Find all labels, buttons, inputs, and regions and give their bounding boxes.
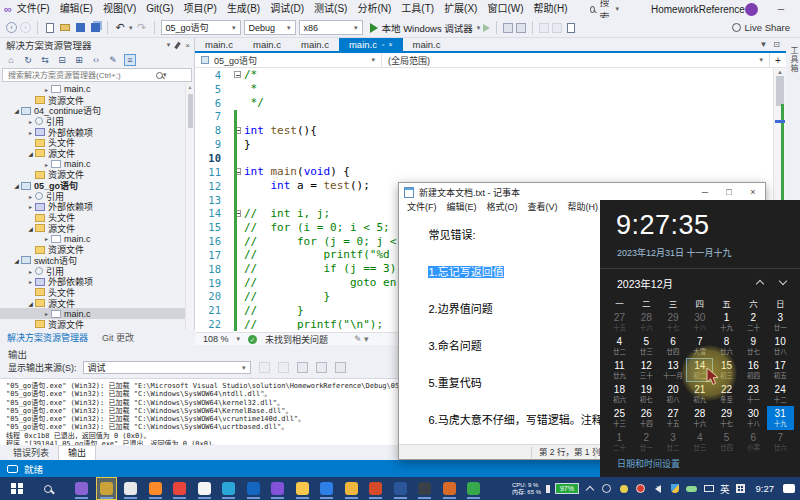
taskbar-app-button[interactable] (121, 478, 140, 499)
calendar-day-cell[interactable]: 5 廿三 (633, 334, 660, 358)
scroll-up-icon[interactable]: ▲ (774, 68, 786, 76)
bookmark-icon[interactable] (565, 22, 577, 34)
tree-item[interactable]: 头文件 (0, 287, 186, 298)
tree-item[interactable]: main.c (0, 234, 186, 245)
panel-tab[interactable]: 错误列表 (4, 446, 58, 460)
new-file-icon[interactable] (44, 22, 56, 34)
calendar-day-cell[interactable]: 19 初七 (633, 382, 660, 406)
taskbar-app-button[interactable] (342, 478, 361, 499)
toolbar-icon[interactable] (516, 23, 526, 33)
redo-icon[interactable]: ↷ (136, 22, 148, 34)
menu-item[interactable]: 项目(P) (179, 0, 222, 18)
menu-item[interactable]: 生成(B) (222, 0, 265, 18)
calendar-day-cell[interactable]: 31 十九 (767, 406, 794, 430)
properties-icon[interactable]: ✎ (107, 55, 119, 65)
collapsed-panel-tab[interactable]: 工具箱 (788, 38, 799, 73)
taskbar-app-button[interactable] (244, 478, 263, 499)
calendar-day-cell[interactable]: 29 十七 (713, 406, 740, 430)
calendar-day-cell[interactable]: 4 廿二 (606, 334, 633, 358)
battery-indicator[interactable]: 97% (555, 483, 579, 494)
calendar-day-cell[interactable]: 27 十五 (606, 310, 633, 334)
taskbar-app-button[interactable] (440, 478, 459, 499)
taskbar-app-button[interactable] (317, 478, 336, 499)
live-share-button[interactable]: Live Share (732, 22, 790, 33)
recording-icon[interactable] (635, 482, 647, 496)
expander-icon[interactable] (26, 203, 35, 210)
output-toolbar-icon[interactable] (259, 362, 270, 373)
minimize-button[interactable]: ─ (693, 183, 717, 201)
expander-icon[interactable] (26, 129, 35, 136)
calendar-day-cell[interactable]: 1 十九 (713, 310, 740, 334)
calendar-day-cell[interactable]: 18 初六 (606, 382, 633, 406)
dock-tab[interactable]: 解决方案资源管理器 (0, 331, 95, 345)
expander-icon[interactable] (26, 300, 35, 307)
tree-item[interactable]: 外部依赖项 (0, 276, 186, 287)
calendar-day-cell[interactable]: 30 十八 (686, 310, 713, 334)
preview-toggle-icon[interactable]: ≡ (124, 54, 136, 66)
panel-tab[interactable]: 输出 (58, 445, 96, 460)
code-line[interactable]: 6 */ (195, 96, 786, 110)
clear-output-icon[interactable] (316, 362, 327, 373)
taskbar-app-button[interactable] (97, 478, 116, 499)
date-time-settings-link[interactable]: 日期和时间设置 (617, 457, 680, 470)
dock-tab[interactable]: Git 更改 (95, 331, 141, 345)
taskbar-app-button[interactable] (170, 478, 189, 499)
expander-icon[interactable] (42, 310, 51, 317)
window-list-icon[interactable]: ⊡ (773, 40, 780, 49)
startup-project-combo[interactable]: 05_go语句▾ (161, 20, 241, 35)
menu-item[interactable]: 编辑(E) (442, 201, 482, 214)
editor-tab[interactable]: main.c ▫× (339, 38, 403, 51)
expander-icon[interactable] (12, 257, 21, 264)
editor-tab[interactable]: main.c ▫× (195, 38, 243, 51)
minimize-button[interactable]: ─ (768, 0, 794, 18)
cloud-sync-icon[interactable] (686, 482, 698, 496)
solution-search[interactable]: ▾ (2, 68, 192, 82)
menu-item[interactable]: 工具(T) (396, 0, 439, 18)
menu-item[interactable]: 窗口(W) (482, 0, 528, 18)
expander-icon[interactable] (26, 278, 35, 285)
editor-tab[interactable]: main.c ▫× (291, 38, 339, 51)
tree-item[interactable]: 头文件 (0, 212, 186, 223)
sync-icon[interactable]: ↻ (22, 55, 34, 65)
tray-expand-button[interactable] (584, 482, 596, 496)
tree-item[interactable]: 05_go语句 (0, 180, 186, 191)
menu-item[interactable]: 查看(V) (523, 201, 563, 214)
tree-item[interactable]: 资源文件 (0, 319, 186, 330)
code-line[interactable]: 11 int main(void) { (195, 165, 786, 179)
calendar-day-cell[interactable]: 20 初八 (660, 382, 687, 406)
home-icon[interactable]: ⌂ (5, 55, 17, 65)
output-source-combo[interactable]: 调试 ▾ (83, 361, 251, 374)
toolbar-icon[interactable] (539, 23, 549, 33)
calendar-day-cell[interactable]: 28 十六 (686, 406, 713, 430)
menu-item[interactable]: 分析(N) (352, 0, 396, 18)
taskbar-app-button[interactable] (72, 478, 91, 499)
expander-icon[interactable] (12, 182, 21, 189)
tree-item[interactable]: 源文件 (0, 223, 186, 234)
code-line[interactable]: 8 int test(){ (195, 123, 786, 137)
expander-icon[interactable] (26, 150, 35, 157)
expander-icon[interactable] (42, 86, 51, 93)
tray-app-icon[interactable] (618, 482, 630, 496)
calendar-day-cell[interactable]: 16 初四 (740, 358, 767, 382)
calendar-day-cell[interactable]: 11 廿九 (606, 358, 633, 382)
calendar-day-cell[interactable]: 9 廿七 (740, 334, 767, 358)
menu-item[interactable]: 帮助(H) (563, 201, 604, 214)
edit-icon[interactable]: ✎ ▾ (354, 334, 369, 344)
expander-icon[interactable] (26, 193, 35, 200)
tree-item[interactable]: 头文件 (0, 137, 186, 148)
calendar-day-cell[interactable]: 23 十一 (740, 382, 767, 406)
toolbar-icon[interactable] (552, 23, 562, 33)
tree-item[interactable]: 外部依赖项 (0, 127, 186, 138)
taskbar-app-button[interactable] (391, 478, 410, 499)
menu-item[interactable]: 视图(V) (98, 0, 141, 18)
menu-item[interactable]: 帮助(H) (529, 0, 573, 18)
calendar-day-cell[interactable]: 17 初五 (767, 358, 794, 382)
fold-icon[interactable] (234, 71, 241, 78)
close-icon[interactable]: × (185, 41, 190, 50)
add-view-button[interactable]: + (770, 53, 786, 67)
timestamp-icon[interactable] (335, 362, 346, 373)
code-line[interactable]: 10 (195, 151, 786, 165)
wordwrap-icon[interactable] (297, 362, 308, 373)
tree-item[interactable]: 源文件 (0, 148, 186, 159)
taskbar-app-button[interactable] (293, 478, 312, 499)
